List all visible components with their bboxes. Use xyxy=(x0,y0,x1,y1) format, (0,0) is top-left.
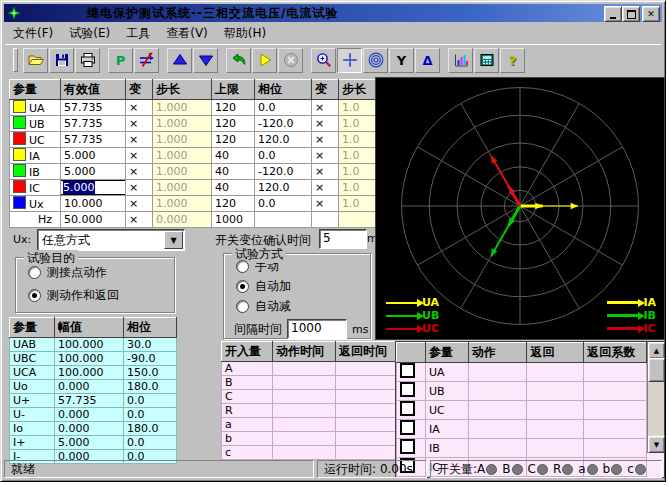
interval-input[interactable]: 1000 xyxy=(287,319,347,339)
limit-cell[interactable]: 40 xyxy=(212,148,255,164)
value-cell[interactable]: 57.735 xyxy=(61,116,126,132)
maximize-button[interactable] xyxy=(622,6,640,22)
checkbox[interactable] xyxy=(400,382,415,397)
value-cell[interactable]: 57.735 xyxy=(61,132,126,148)
vertical-scrollbar[interactable]: ▲ ▼ xyxy=(647,342,664,453)
value-cell[interactable]: 50.000 xyxy=(61,212,126,228)
maximize-icon xyxy=(627,10,636,19)
step-cell[interactable]: 1.000 xyxy=(153,196,212,212)
chevron-down-icon[interactable]: ▼ xyxy=(164,231,183,249)
vary-cell[interactable]: × xyxy=(126,132,153,148)
stop-button[interactable] xyxy=(278,48,303,73)
value-cell[interactable]: 5.000 xyxy=(61,164,126,180)
decrease-button[interactable] xyxy=(193,48,218,73)
confirm-time-input[interactable]: 5 xyxy=(319,229,367,249)
menu-file[interactable]: 文件(F) xyxy=(5,23,61,44)
vector-view-button[interactable] xyxy=(337,48,362,73)
checkbox[interactable] xyxy=(400,401,415,416)
menu-help[interactable]: 帮助(H) xyxy=(216,23,274,44)
open-button[interactable] xyxy=(23,48,48,73)
step-cell[interactable]: 1.000 xyxy=(153,116,212,132)
vary-cell[interactable]: × xyxy=(126,212,153,228)
vary-cell[interactable]: × xyxy=(126,148,153,164)
value-cell[interactable]: 10.000 xyxy=(61,196,126,212)
limit-cell[interactable]: 120 xyxy=(212,100,255,116)
menu-view[interactable]: 查看(V) xyxy=(158,23,216,44)
scroll-up-button[interactable]: ▲ xyxy=(648,342,665,359)
phase-cell[interactable]: 0.0 xyxy=(255,148,312,164)
phase-cell[interactable]: -120.0 xyxy=(255,116,312,132)
phase-cell[interactable]: -120.0 xyxy=(255,164,312,180)
phasor-output-button[interactable] xyxy=(134,48,159,73)
limit-cell[interactable]: 40 xyxy=(212,180,255,196)
radio-auto-decrease[interactable]: 自动减 xyxy=(236,298,370,315)
vary-cell[interactable]: × xyxy=(312,180,339,196)
vary-cell[interactable]: × xyxy=(312,164,339,180)
mode-groupbox: 试验方式 手动 自动加 自动减 间隔时间 1000 ms xyxy=(223,253,371,339)
limit-cell[interactable]: 120 xyxy=(212,132,255,148)
scroll-up-icon: ▲ xyxy=(654,347,659,355)
vary-cell[interactable]: × xyxy=(126,164,153,180)
value-cell-editing[interactable]: 5.000 xyxy=(61,180,126,196)
checkbox[interactable] xyxy=(400,439,415,454)
limit-cell[interactable]: 40 xyxy=(212,164,255,180)
p-letter-icon: P xyxy=(116,54,126,67)
save-button[interactable] xyxy=(49,48,74,73)
step-cell[interactable]: 1.000 xyxy=(153,164,212,180)
delta-button[interactable]: Δ xyxy=(415,48,440,73)
step-cell[interactable]: 1.000 xyxy=(153,132,212,148)
vary-cell[interactable]: × xyxy=(312,132,339,148)
ux-mode-combobox[interactable]: 任意方式 ▼ xyxy=(37,229,185,251)
value-edit-field[interactable]: 5.000 xyxy=(61,180,126,195)
vary-cell[interactable]: × xyxy=(126,116,153,132)
step-cell[interactable]: 1.000 xyxy=(153,180,212,196)
value-cell[interactable]: 5.000 xyxy=(61,148,126,164)
phase-cell[interactable]: 0.0 xyxy=(255,196,312,212)
scroll-down-button[interactable]: ▼ xyxy=(648,436,665,453)
scrollbar-thumb[interactable] xyxy=(648,358,665,382)
vary-cell[interactable]: × xyxy=(312,196,339,212)
step-cell[interactable]: 1.000 xyxy=(153,148,212,164)
zoom-button[interactable] xyxy=(311,48,336,73)
increase-button[interactable] xyxy=(167,48,192,73)
vary-cell[interactable]: × xyxy=(312,100,339,116)
radio-auto-increase[interactable]: 自动加 xyxy=(236,278,370,295)
limit-cell[interactable]: 120 xyxy=(212,116,255,132)
vary-cell[interactable]: × xyxy=(312,148,339,164)
waveform-button[interactable] xyxy=(448,48,473,73)
vary-cell[interactable]: × xyxy=(126,180,153,196)
radio-action-return[interactable]: 测动作和返回 xyxy=(28,287,174,304)
phase-cell[interactable]: 120.0 xyxy=(255,180,312,196)
col-header: 返回 xyxy=(527,343,584,363)
checkbox[interactable] xyxy=(400,420,415,435)
phase-cell[interactable]: 0.0 xyxy=(255,100,312,116)
limit-cell[interactable]: 1000 xyxy=(212,212,255,228)
menu-test[interactable]: 试验(E) xyxy=(61,23,118,44)
phase-cell[interactable]: 120.0 xyxy=(255,132,312,148)
p-mode-button[interactable]: P xyxy=(108,48,133,73)
switch-indicator-icon xyxy=(587,464,598,475)
checkbox[interactable] xyxy=(400,363,415,378)
menu-tools[interactable]: 工具 xyxy=(118,23,158,44)
step-cell[interactable]: 0.000 xyxy=(153,212,212,228)
step-cell[interactable]: 1.000 xyxy=(153,100,212,116)
undo-button[interactable] xyxy=(226,48,251,73)
close-button[interactable]: ✕ xyxy=(642,6,660,22)
vary-cell[interactable]: × xyxy=(312,116,339,132)
col-header: 步长 xyxy=(153,80,212,100)
help-button[interactable]: ? xyxy=(500,48,525,73)
calculator-button[interactable] xyxy=(474,48,499,73)
minimize-icon xyxy=(610,17,616,19)
wye-button[interactable]: Y xyxy=(389,48,414,73)
target-view-button[interactable] xyxy=(363,48,388,73)
interval-unit: ms xyxy=(352,323,368,336)
start-button[interactable] xyxy=(252,48,277,73)
print-button[interactable] xyxy=(75,48,100,73)
vary-cell[interactable]: × xyxy=(126,100,153,116)
limit-cell[interactable]: 120 xyxy=(212,196,255,212)
input-row: R xyxy=(222,404,397,418)
minimize-button[interactable] xyxy=(604,6,622,22)
interval-label: 间隔时间 xyxy=(234,321,282,338)
vary-cell[interactable]: × xyxy=(126,196,153,212)
value-cell[interactable]: 57.735 xyxy=(61,100,126,116)
